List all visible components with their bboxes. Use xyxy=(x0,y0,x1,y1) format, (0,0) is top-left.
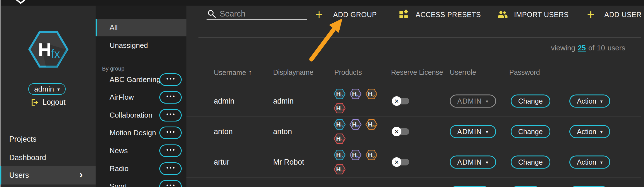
group-options-button[interactable]: ••• xyxy=(159,144,182,157)
sidebar-item-dashboard[interactable]: Dashboard xyxy=(9,152,46,163)
group-filter-unassigned-label: Unassigned xyxy=(110,37,148,54)
more-dots-icon: ••• xyxy=(165,129,176,135)
add-user-button[interactable]: ADD USER xyxy=(604,10,641,19)
toggle-thumb-off: ✕ xyxy=(392,127,401,136)
chevron-right-icon: › xyxy=(79,166,83,184)
action-cell xyxy=(569,186,609,187)
group-options-button[interactable]: ••• xyxy=(159,73,182,86)
toggle-x-icon: ✕ xyxy=(394,129,399,135)
userrole-dropdown[interactable]: ADMIN▾ xyxy=(450,156,496,169)
product-hexagon-hco: Hco xyxy=(365,88,378,100)
group-options-button[interactable]: ••• xyxy=(159,91,182,104)
svg-text:H: H xyxy=(38,39,51,60)
products-cell: Hfx Hio Hco Hhk xyxy=(333,88,382,114)
more-dots-icon: ••• xyxy=(165,182,176,187)
column-header-userrole[interactable]: Userrole xyxy=(450,68,476,76)
svg-text:H: H xyxy=(336,90,341,97)
toggle-thumb-off: ✕ xyxy=(392,157,401,167)
group-filter-all[interactable]: All xyxy=(96,19,186,36)
username-cell: admin xyxy=(214,97,235,106)
column-header-password[interactable]: Password xyxy=(509,68,540,76)
product-hexagon-hco: Hco xyxy=(365,149,378,161)
product-hexagon-hhk: Hhk xyxy=(333,133,346,144)
svg-text:co: co xyxy=(372,155,377,158)
product-hexagon-hio: Hio xyxy=(349,88,362,100)
userrole-dropdown[interactable] xyxy=(450,186,490,187)
groups-panel: All Unassigned By group ABC Gardening ••… xyxy=(96,6,186,187)
caret-down-icon: ▾ xyxy=(57,86,60,92)
sidebar-item-projects[interactable]: Projects xyxy=(9,134,37,145)
caret-down-icon: ▾ xyxy=(600,128,603,135)
window-edge xyxy=(0,0,1,187)
column-header-reserve-license[interactable]: Reserve License xyxy=(391,68,443,76)
reserve-license-toggle[interactable]: ✕ xyxy=(392,96,409,106)
annotation-arrow xyxy=(307,17,345,62)
group-item-label: News xyxy=(110,142,128,160)
displayname-cell: Mr Robot xyxy=(273,158,304,167)
action-dropdown[interactable]: Action▾ xyxy=(569,125,610,138)
group-options-button[interactable]: ••• xyxy=(159,162,182,175)
group-item[interactable]: News ••• xyxy=(96,142,186,160)
svg-text:io: io xyxy=(356,124,359,128)
column-header-username[interactable]: Username↑ xyxy=(214,68,252,77)
column-header-products[interactable]: Products xyxy=(334,68,362,76)
group-options-button[interactable]: ••• xyxy=(159,180,182,187)
password-cell: Change xyxy=(511,125,550,138)
import-users-button[interactable]: IMPORT USERS xyxy=(514,10,569,19)
svg-text:H: H xyxy=(368,90,373,97)
access-presets-icon[interactable] xyxy=(399,10,408,18)
group-filter-unassigned[interactable]: Unassigned xyxy=(96,37,186,54)
group-item[interactable]: Sport ••• xyxy=(96,177,186,187)
svg-text:H: H xyxy=(368,151,373,158)
svg-text:io: io xyxy=(356,155,359,158)
userrole-dropdown[interactable]: ADMIN▾ xyxy=(450,125,496,138)
username-cell: artur xyxy=(214,158,229,167)
group-item[interactable]: AirFlow ••• xyxy=(96,88,186,106)
import-users-icon[interactable] xyxy=(497,11,508,18)
userrole-value: ADMIN xyxy=(457,158,482,166)
add-user-plus-icon[interactable]: + xyxy=(587,8,595,21)
viewing-prefix: viewing xyxy=(551,44,575,52)
svg-text:H: H xyxy=(336,165,341,173)
change-password-button[interactable]: Change xyxy=(511,95,550,108)
column-header-username-label: Username xyxy=(214,69,246,76)
group-item[interactable]: Collaboration ••• xyxy=(96,106,186,124)
product-hexagon-hio: Hio xyxy=(349,149,362,161)
userrole-value: ADMIN xyxy=(457,128,482,136)
userrole-cell xyxy=(450,186,490,187)
group-item[interactable]: ABC Gardening ••• xyxy=(96,71,186,88)
caret-down-icon: ▾ xyxy=(486,128,489,135)
svg-text:H: H xyxy=(336,135,341,142)
table-row: artur Mr Robot Hfx Hio Hco Hhk ✕ ADMIN▾ … xyxy=(186,147,641,177)
product-hexagon-hhk: Hhk xyxy=(333,103,346,114)
group-options-button[interactable]: ••• xyxy=(159,127,182,139)
svg-text:H: H xyxy=(352,151,357,158)
caret-down-icon: ▾ xyxy=(600,159,603,165)
app-logo: H fx xyxy=(27,29,69,69)
group-options-button[interactable]: ••• xyxy=(159,109,182,121)
group-item[interactable]: Radio ••• xyxy=(96,160,186,177)
column-header-displayname[interactable]: Displayname xyxy=(273,68,314,76)
action-dropdown[interactable] xyxy=(569,186,609,187)
current-user-dropdown[interactable]: admin ▾ xyxy=(28,83,66,95)
reserve-license-toggle[interactable]: ✕ xyxy=(392,157,409,167)
svg-text:fx: fx xyxy=(340,124,344,128)
sidebar-item-users[interactable]: Users › xyxy=(0,166,96,184)
reserve-license-toggle[interactable]: ✕ xyxy=(392,127,409,137)
action-dropdown[interactable]: Action▾ xyxy=(569,156,610,169)
search-input[interactable] xyxy=(219,7,304,20)
svg-text:hk: hk xyxy=(340,169,345,173)
user-management-screen: H fx admin ▾ Logout Projects Dashboard U… xyxy=(0,0,644,187)
current-user-label: admin xyxy=(34,85,54,94)
change-password-button[interactable] xyxy=(511,186,541,187)
action-dropdown[interactable]: Action▾ xyxy=(569,95,610,108)
change-password-button[interactable]: Change xyxy=(511,125,550,138)
group-item[interactable]: Motion Design ••• xyxy=(96,124,186,142)
product-hexagon-hco: Hco xyxy=(365,119,378,130)
viewing-count-link[interactable]: 25 xyxy=(578,44,586,52)
svg-text:hk: hk xyxy=(340,138,345,142)
access-presets-button[interactable]: ACCESS PRESETS xyxy=(416,10,481,19)
change-password-button[interactable]: Change xyxy=(511,156,550,169)
logout-button[interactable]: Logout xyxy=(30,98,66,107)
group-item-label: Sport xyxy=(110,177,127,187)
